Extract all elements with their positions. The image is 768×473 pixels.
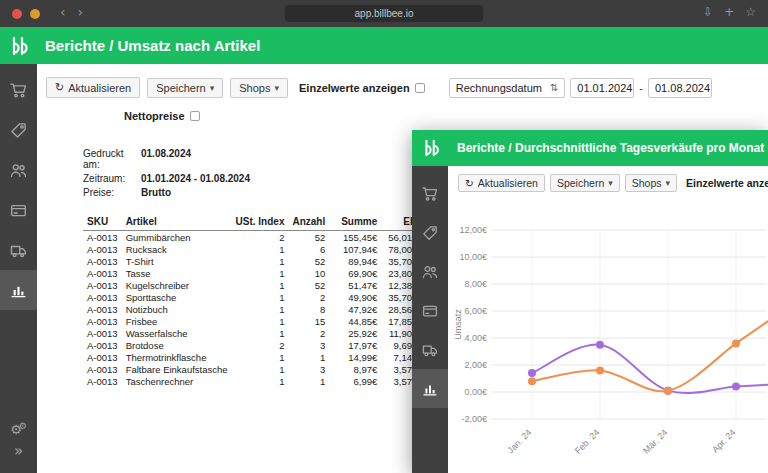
period-label: Zeitraum:: [83, 173, 141, 184]
expand-sidebar-icon[interactable]: »: [14, 444, 23, 459]
sidebar-item-customers[interactable]: [0, 150, 37, 190]
date-from-input[interactable]: 01.01.2024: [570, 78, 634, 98]
minimize-window-icon[interactable]: [30, 9, 40, 19]
table-cell: A-0013: [83, 279, 122, 291]
sidebar-item-orders[interactable]: [0, 70, 37, 110]
table-cell: A-0013: [83, 231, 122, 244]
table-cell: 1: [288, 351, 329, 363]
shops-button[interactable]: Shops ▾: [230, 78, 288, 98]
truck-icon: [422, 342, 438, 358]
screen: ‹ › app.billbee.io ⇩ + ☆ Berichte / Umsa…: [0, 0, 768, 473]
table-cell: Notizbuch: [122, 303, 232, 315]
col-ust-index: USt. Index: [232, 214, 289, 231]
table-header-row: SKU Artikel USt. Index Anzahl Summe EK M…: [83, 214, 465, 231]
bookmark-star-icon[interactable]: ☆: [745, 5, 756, 19]
single-values-label: Einzelwerte anzeigen: [299, 82, 425, 94]
table-cell: Faltbare Einkaufstasche: [122, 363, 232, 375]
table-cell: 3: [288, 363, 329, 375]
close-window-icon[interactable]: [12, 9, 22, 19]
table-row: A-0013Rucksack16107,94€78,00€29,92€: [83, 243, 465, 255]
cart-icon: [10, 82, 27, 99]
tag-icon: [422, 225, 438, 241]
sidebar-item-reports[interactable]: [0, 270, 37, 310]
chart-icon: [10, 282, 27, 299]
table-row: A-0013Sporttasche1249,90€35,70€14,20€: [83, 291, 465, 303]
table-cell: 17,97€: [329, 339, 381, 351]
report-table-body: A-0013Gummibärchen252155,45€56,01€99,47€…: [83, 231, 465, 388]
table-cell: 49,90€: [329, 291, 381, 303]
new-tab-icon[interactable]: +: [724, 5, 734, 19]
table-cell: A-0013: [83, 351, 122, 363]
table-cell: T-Shirt: [122, 255, 232, 267]
table-cell: 69,90€: [329, 267, 381, 279]
sidebar-item-shipping[interactable]: [412, 330, 448, 369]
table-cell: 1: [232, 291, 289, 303]
truck-icon: [10, 242, 27, 259]
sidebar-item-shipping[interactable]: [0, 230, 37, 270]
table-row: A-0013Gummibärchen252155,45€56,01€99,47€: [83, 231, 465, 244]
table-cell: 2: [288, 291, 329, 303]
table-cell: 1: [232, 243, 289, 255]
address-bar[interactable]: app.billbee.io: [285, 5, 483, 22]
save-button[interactable]: Speichern ▾: [147, 78, 223, 98]
table-cell: 6: [288, 243, 329, 255]
billbee-logo-icon[interactable]: [0, 35, 37, 57]
chevron-down-icon: ▾: [210, 83, 215, 93]
table-cell: A-0013: [83, 267, 122, 279]
svg-text:8,00€: 8,00€: [464, 279, 487, 289]
refresh-button[interactable]: ↻ Aktualisieren: [458, 174, 545, 192]
table-cell: 14,99€: [329, 351, 381, 363]
table-cell: 1: [232, 327, 289, 339]
table-cell: A-0013: [83, 255, 122, 267]
chevron-down-icon: ▾: [666, 178, 671, 188]
sort-arrows-icon: ⇅: [550, 82, 558, 93]
back-icon[interactable]: ‹: [60, 4, 66, 20]
single-values-checkbox[interactable]: [415, 83, 425, 93]
table-cell: 2: [288, 327, 329, 339]
table-row: A-0013T-Shirt15289,94€35,70€54,24€: [83, 255, 465, 267]
save-button[interactable]: Speichern ▾: [550, 174, 620, 192]
net-prices-checkbox[interactable]: [190, 111, 200, 121]
svg-text:-2,00€: -2,00€: [461, 414, 487, 424]
forward-icon[interactable]: ›: [78, 4, 84, 20]
refresh-button[interactable]: ↻ Aktualisieren: [46, 77, 140, 98]
report-toolbar: ↻ Aktualisieren Speichern ▾ Shops ▾ Einz…: [46, 77, 768, 98]
table-cell: Sporttasche: [122, 291, 232, 303]
table-cell: 10: [288, 267, 329, 279]
table-cell: 25,92€: [329, 327, 381, 339]
sidebar-item-payments[interactable]: [0, 190, 37, 230]
sidebar-item-payments[interactable]: [412, 291, 448, 330]
download-icon[interactable]: ⇩: [703, 5, 713, 19]
table-cell: 52: [288, 279, 329, 291]
table-cell: 1: [232, 279, 289, 291]
table-cell: A-0013: [83, 327, 122, 339]
date-range-separator: -: [639, 82, 643, 94]
printed-at-value: 01.08.2024: [141, 148, 191, 170]
table-cell: 1: [232, 315, 289, 327]
sidebar-item-reports[interactable]: [412, 369, 448, 408]
printed-at-label: Gedruckt am:: [83, 148, 141, 170]
date-type-select[interactable]: Rechnungsdatum ⇅: [449, 78, 566, 98]
billbee-logo-icon[interactable]: [412, 138, 449, 158]
sidebar-item-products[interactable]: [0, 110, 37, 150]
sales-chart: 12,00€10,00€8,00€6,00€4,00€2,00€0,00€-2,…: [448, 202, 768, 470]
table-cell: 51,47€: [329, 279, 381, 291]
revenue-table: SKU Artikel USt. Index Anzahl Summe EK M…: [83, 214, 465, 387]
table-row: A-0013Brotdose2317,97€9,69€8,28€: [83, 339, 465, 351]
table-cell: 8: [288, 303, 329, 315]
table-cell: 89,94€: [329, 255, 381, 267]
users-icon: [422, 264, 438, 280]
svg-text:6,00€: 6,00€: [464, 306, 487, 316]
sidebar-item-orders[interactable]: [412, 174, 448, 213]
table-cell: 2: [232, 339, 289, 351]
table-cell: Rucksack: [122, 243, 232, 255]
sidebar-item-products[interactable]: [412, 213, 448, 252]
sidebar-item-customers[interactable]: [412, 252, 448, 291]
users-icon: [10, 162, 27, 179]
shops-button[interactable]: Shops ▾: [625, 174, 677, 192]
table-cell: 47,92€: [329, 303, 381, 315]
date-to-input[interactable]: 01.08.2024: [648, 78, 712, 98]
col-artikel: Artikel: [122, 214, 232, 231]
settings-gears-icon[interactable]: ⚙⚙: [10, 422, 27, 436]
table-cell: Tasse: [122, 267, 232, 279]
